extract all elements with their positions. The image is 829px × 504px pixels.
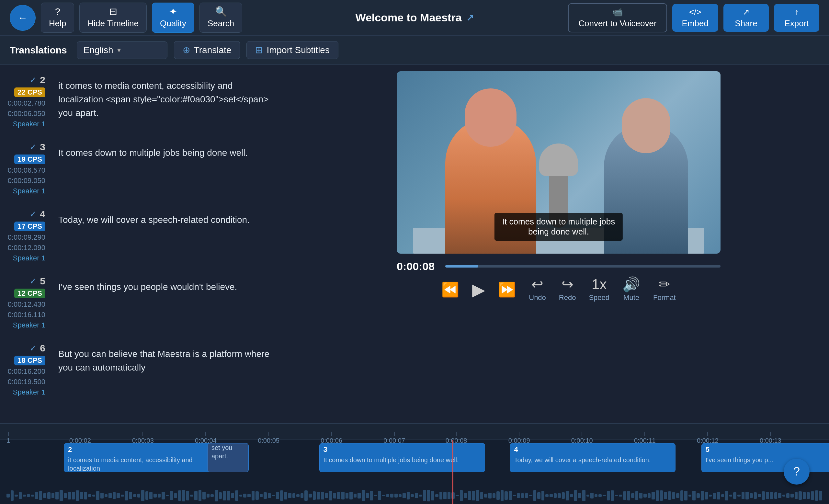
waveform-bar	[668, 491, 671, 500]
subtitle-speaker-3[interactable]: Speaker 1	[13, 187, 45, 195]
waveform-bar	[557, 493, 561, 498]
format-button[interactable]: ✏ Format	[653, 277, 676, 302]
import-subtitles-button[interactable]: ⊞ Import Subtitles	[246, 41, 338, 59]
play-icon: ▶	[472, 281, 485, 298]
waveform-bar	[19, 492, 22, 499]
translate-plus-icon: ⊕	[183, 45, 190, 56]
subtitle-speaker-2[interactable]: Speaker 1	[13, 120, 45, 128]
timeline-tracks[interactable]: 2 it comes to media content, accessibili…	[0, 440, 829, 504]
subtitle-text-5[interactable]: I've seen things you people wouldn't bel…	[52, 276, 281, 329]
waveform-bar	[676, 493, 679, 498]
back-icon: ←	[18, 13, 28, 23]
subtitle-item-3[interactable]: ✓ 3 19 CPS 0:00:06.570 0:00:09.050 Speak…	[0, 135, 288, 202]
waveform-bar	[525, 493, 528, 498]
playhead[interactable]	[453, 440, 454, 504]
subtitle-meta-5: ✓ 5 12 CPS 0:00:12.430 0:00:16.110 Speak…	[0, 276, 52, 329]
waveform-bar	[533, 490, 537, 501]
waveform-bar	[276, 492, 279, 499]
share-button[interactable]: ↗ Share	[723, 4, 769, 32]
help-button[interactable]: ? Help	[41, 3, 74, 33]
waveform-bar	[643, 494, 647, 498]
timeline-icon: ⊟	[109, 7, 117, 16]
back-button[interactable]: ←	[10, 5, 36, 31]
hide-timeline-button[interactable]: ⊟ Hide Timeline	[79, 3, 147, 33]
timeline-clip-3[interactable]: 3 It comes down to multiple jobs being d…	[319, 443, 485, 472]
rewind-button[interactable]: ⏪	[441, 282, 459, 297]
subtitle-speaker-5[interactable]: Speaker 1	[13, 321, 45, 329]
waveform-bar	[529, 495, 532, 497]
waveform-bar	[664, 492, 667, 499]
share-label: Share	[735, 19, 757, 29]
subtitle-item-2[interactable]: ✓ 2 22 CPS 0:00:02.780 0:00:06.050 Speak…	[0, 68, 288, 135]
subtitle-start-4: 0:00:09.290	[8, 233, 45, 242]
waveform-bar	[513, 495, 516, 496]
subtitle-text-4[interactable]: Today, we will cover a speech-related co…	[52, 209, 281, 262]
redo-button[interactable]: ↪ Redo	[559, 277, 576, 302]
translate-button[interactable]: ⊕ Translate	[174, 41, 240, 59]
subtitle-text-3[interactable]: It comes down to multiple jobs being don…	[52, 142, 281, 195]
waveform-bar	[337, 492, 340, 500]
waveform-bar	[354, 494, 357, 498]
undo-label: Undo	[529, 293, 546, 302]
waveform-bar	[746, 492, 749, 500]
waveform-bar	[358, 493, 361, 499]
timeline-clip-2b[interactable]: set you apart.	[207, 443, 249, 472]
help-circle-button[interactable]: ?	[784, 459, 809, 484]
subtitle-panel[interactable]: ✓ 2 22 CPS 0:00:02.780 0:00:06.050 Speak…	[0, 65, 288, 423]
subtitle-meta-2: ✓ 2 22 CPS 0:00:02.780 0:00:06.050 Speak…	[0, 74, 52, 128]
waveform-bar	[431, 491, 434, 500]
subtitle-meta-3: ✓ 3 19 CPS 0:00:06.570 0:00:09.050 Speak…	[0, 142, 52, 195]
subtitle-speaker-6[interactable]: Speaker 1	[13, 388, 45, 396]
cps-badge-6: 18 CPS	[14, 356, 45, 365]
play-button[interactable]: ▶	[472, 281, 485, 298]
embed-button[interactable]: </> Embed	[672, 4, 718, 32]
subtitle-item-5[interactable]: ✓ 5 12 CPS 0:00:12.430 0:00:16.110 Speak…	[0, 269, 288, 336]
export-icon: ↑	[795, 7, 799, 17]
timeline-clip-2[interactable]: 2 it comes to media content, accessibili…	[64, 443, 229, 472]
timeline-clip-4[interactable]: 4 Today, we will cover a speech-related …	[510, 443, 676, 472]
waveform-bar	[635, 491, 639, 500]
translations-label: Translations	[10, 45, 67, 56]
waveform-bar	[460, 490, 463, 501]
external-link-icon[interactable]: ↗	[466, 12, 474, 23]
waveform-bar	[578, 493, 581, 499]
format-label: Format	[653, 293, 676, 302]
subtitle-text-6[interactable]: But you can believe that Maestra is a pl…	[52, 343, 281, 396]
waveform-bar	[133, 494, 136, 497]
quality-label: Quality	[160, 19, 186, 29]
video-player[interactable]: It comes down to multiple jobsbeing done…	[397, 71, 721, 254]
video-subtitle-overlay: It comes down to multiple jobsbeing done…	[495, 213, 623, 241]
language-selector[interactable]: English ▾	[77, 41, 168, 59]
waveform-bar	[11, 491, 14, 501]
video-thumbnail: It comes down to multiple jobsbeing done…	[397, 71, 721, 254]
search-button[interactable]: 🔍 Search	[200, 3, 242, 33]
speed-label: Speed	[589, 293, 609, 302]
waveform-bar	[72, 492, 75, 499]
subtitle-item-6[interactable]: ✓ 6 18 CPS 0:00:16.200 0:00:19.500 Speak…	[0, 336, 288, 403]
quality-button[interactable]: ✦ Quality	[152, 3, 194, 33]
cps-badge-2: 22 CPS	[14, 87, 45, 97]
waveform-bar	[537, 492, 540, 499]
convert-voiceover-label: Convert to Voiceover	[578, 19, 656, 29]
timeline-clip-5[interactable]: 5 I've seen things you p...	[701, 443, 829, 472]
check-icon-5: ✓	[30, 276, 37, 286]
waveform-bar	[227, 491, 230, 500]
speed-button[interactable]: 1x Speed	[589, 277, 609, 302]
subtitle-text-2[interactable]: it comes to media content, accessibility…	[52, 74, 281, 128]
undo-button[interactable]: ↩ Undo	[529, 277, 546, 302]
waveform-bar	[566, 491, 569, 501]
waveform-bar	[145, 491, 149, 500]
mute-button[interactable]: 🔊 Mute	[622, 277, 640, 302]
waveform-bar	[586, 495, 590, 496]
subtitle-item-4[interactable]: ✓ 4 17 CPS 0:00:09.290 0:00:12.090 Speak…	[0, 202, 288, 269]
video-panel: It comes down to multiple jobsbeing done…	[288, 65, 829, 423]
waveform-bar	[235, 491, 238, 501]
fast-forward-button[interactable]: ⏩	[498, 282, 516, 297]
progress-fill	[445, 265, 478, 267]
subtitle-speaker-4[interactable]: Speaker 1	[13, 254, 45, 262]
convert-voiceover-button[interactable]: 📹 Convert to Voiceover	[568, 3, 667, 32]
progress-bar[interactable]	[445, 265, 721, 267]
waveform-bar	[76, 491, 79, 501]
waveform-bar	[60, 490, 63, 501]
export-button[interactable]: ↑ Export	[774, 4, 819, 32]
